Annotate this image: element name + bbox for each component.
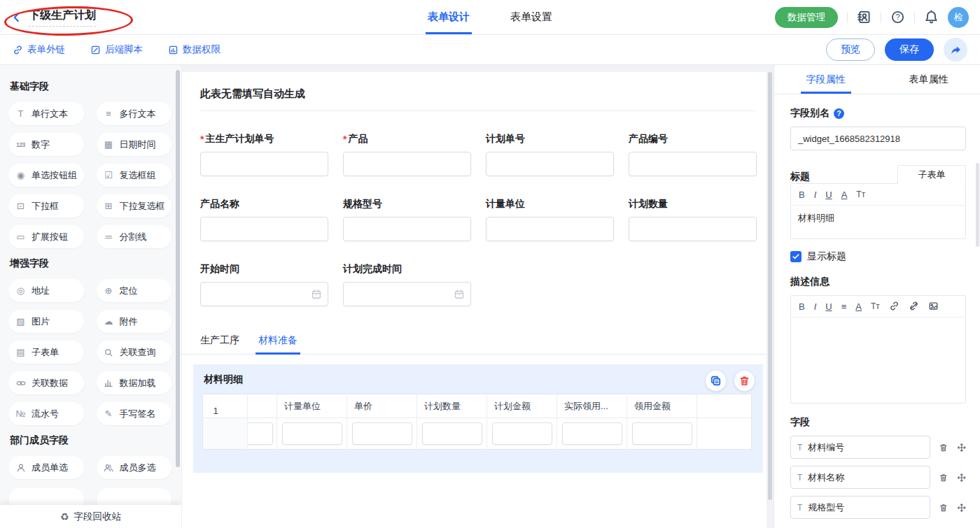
field-pill[interactable]: T 单行文本 (8, 102, 84, 125)
field-pill[interactable]: ◉ 单选按钮组 (8, 164, 84, 187)
form-field[interactable]: 规格型号 (343, 198, 471, 241)
format-button[interactable]: U (825, 190, 832, 199)
help-icon[interactable]: ? (890, 10, 905, 24)
panel-scrollbar[interactable] (976, 163, 979, 247)
address-book-icon[interactable] (857, 10, 872, 24)
sidebar-scrollbar[interactable] (176, 70, 180, 467)
canvas-tab[interactable]: 生产工序 (200, 334, 239, 354)
format-button[interactable]: A (841, 190, 848, 199)
field-pill[interactable]: 关联查询 (97, 341, 172, 364)
format-button[interactable]: U (825, 302, 832, 311)
data-manage-button[interactable]: 数据管理 (775, 7, 838, 28)
text-input[interactable] (629, 152, 757, 176)
form-field[interactable]: 产品名称 (200, 198, 328, 241)
format-button[interactable]: Tᴛ (871, 302, 880, 311)
title-editor-content[interactable]: 材料明细 (791, 206, 965, 238)
field-recycle-bin[interactable]: ♻ 字段回收站 (0, 505, 181, 528)
text-input[interactable] (200, 217, 328, 241)
subform-cell-input[interactable] (422, 422, 482, 445)
date-input[interactable]: 7 (200, 282, 328, 306)
move-field-icon[interactable] (957, 502, 967, 513)
format-button[interactable] (889, 301, 899, 313)
save-button[interactable]: 保存 (885, 38, 934, 61)
field-pill[interactable]: ▭ 扩展按钮 (8, 225, 84, 248)
subform-cell-input[interactable] (492, 422, 552, 445)
text-input[interactable] (629, 217, 757, 241)
delete-field-icon[interactable] (939, 502, 948, 513)
field-pill[interactable]: 123 数字 (8, 133, 84, 156)
form-field[interactable]: * 产品 (343, 133, 471, 176)
form-title[interactable]: 此表无需填写自动生成 (200, 87, 755, 101)
subform-field-box[interactable]: T 材料名称 (790, 466, 930, 489)
field-pill[interactable]: 成员多选 (97, 456, 172, 479)
notification-bell-icon[interactable] (924, 10, 939, 24)
preview-button[interactable]: 预览 (826, 38, 875, 61)
move-field-icon[interactable] (957, 472, 967, 483)
form-field[interactable]: 产品编号 (629, 133, 757, 176)
field-pill[interactable]: ✎ 手写签名 (97, 402, 172, 425)
field-pill[interactable]: ▨ 图片 (8, 310, 84, 333)
move-field-icon[interactable] (957, 442, 967, 453)
description-editor-content[interactable] (791, 317, 965, 403)
delete-field-icon[interactable] (939, 442, 948, 453)
field-pill[interactable]: ☁ 附件 (97, 310, 172, 333)
text-input[interactable] (486, 217, 614, 241)
text-input[interactable] (200, 152, 328, 176)
text-input[interactable] (343, 152, 471, 176)
canvas-scrollbar[interactable] (768, 72, 772, 500)
field-pill[interactable]: ⊞ 下拉复选框 (97, 194, 172, 217)
delete-field-icon[interactable] (939, 472, 948, 483)
form-field[interactable]: 计划数量 (629, 198, 757, 241)
field-pill[interactable]: № 流水号 (8, 402, 84, 425)
field-pill[interactable]: ═ 分割线 (97, 225, 172, 248)
form-field[interactable]: 计量单位 (486, 198, 614, 241)
toolbar-link[interactable]: 后端脚本 (90, 43, 143, 56)
format-button[interactable] (909, 301, 919, 313)
form-field[interactable]: 计划单号 (486, 133, 614, 176)
share-button[interactable] (944, 38, 967, 62)
back-chevron-icon[interactable] (11, 12, 22, 23)
field-pill[interactable]: 成员单选 (8, 456, 84, 479)
format-button[interactable]: I (814, 302, 817, 311)
field-pill[interactable]: 关联数据 (8, 371, 84, 394)
subform-field-box[interactable]: T 材料编号 (790, 436, 930, 459)
delete-widget-button[interactable] (734, 371, 755, 391)
format-button[interactable]: B (799, 190, 805, 199)
toolbar-link[interactable]: 数据权限 (168, 43, 220, 56)
format-button[interactable] (928, 301, 939, 313)
field-pill[interactable]: ⊡ 下拉框 (8, 194, 84, 217)
format-button[interactable]: A (855, 302, 862, 311)
subform-cell-input[interactable] (248, 422, 273, 445)
subform-cell-input[interactable] (352, 422, 412, 445)
field-pill[interactable]: ☑ 复选框组 (97, 164, 172, 187)
form-field[interactable]: * 主生产计划单号 (200, 133, 328, 176)
field-pill[interactable]: ◎ 地址 (8, 279, 84, 302)
subform-field-box[interactable]: T 规格型号 (790, 496, 930, 519)
form-field-date[interactable]: 开始时间 7 (200, 263, 328, 306)
field-pill[interactable]: ▦ 日期时间 (97, 133, 172, 156)
format-button[interactable]: ≡ (841, 302, 847, 311)
field-pill[interactable]: ⊕ 定位 (97, 279, 172, 302)
field-pill[interactable]: 数据加载 (97, 371, 172, 394)
field-pill[interactable]: ▤ 子表单 (8, 341, 84, 364)
subform-cell-input[interactable] (562, 422, 622, 445)
show-title-checkbox[interactable] (790, 251, 802, 262)
panel-tab[interactable]: 字段属性 (774, 65, 877, 94)
alias-help-icon[interactable]: ? (834, 108, 844, 119)
alias-input[interactable] (790, 127, 966, 150)
format-button[interactable]: B (799, 302, 805, 311)
subform-cell-input[interactable] (632, 422, 692, 445)
subform-cell-input[interactable] (282, 422, 342, 445)
header-tab[interactable]: 表单设置 (510, 0, 552, 34)
text-input[interactable] (486, 152, 614, 176)
date-input[interactable]: 7 (343, 282, 471, 306)
back-nav[interactable]: 下级生产计划 (11, 7, 103, 28)
toolbar-link[interactable]: 表单外链 (13, 43, 65, 56)
canvas-tab[interactable]: 材料准备 (258, 334, 298, 354)
copy-widget-button[interactable] (706, 371, 726, 391)
header-tab[interactable]: 表单设计 (428, 0, 470, 34)
subform-widget-selected[interactable]: 材料明细 计量单位单价计划数量计划金额实际领用...领用金额 (193, 364, 763, 473)
form-field-date[interactable]: 计划完成时间 7 (343, 263, 471, 306)
user-avatar[interactable]: 检 (948, 7, 969, 28)
panel-tab[interactable]: 表单属性 (877, 65, 980, 94)
